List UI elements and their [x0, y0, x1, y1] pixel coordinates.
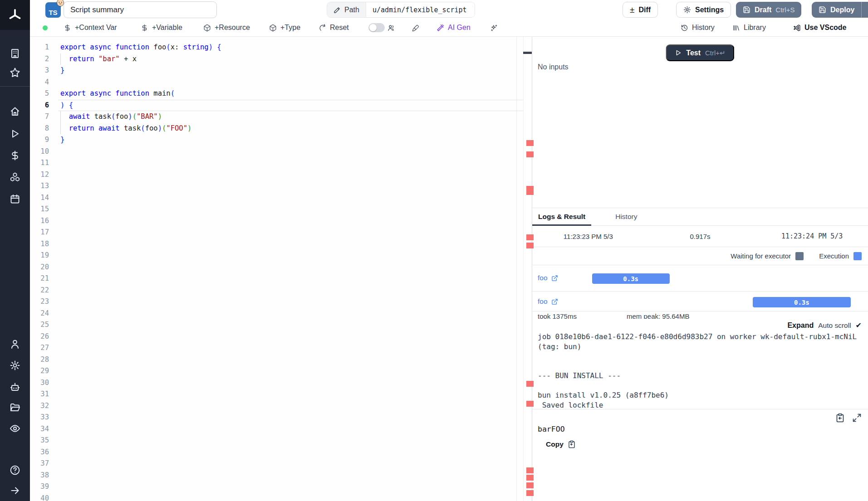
diff-label: Diff [638, 6, 651, 14]
copy-json-clipboard-icon[interactable] [835, 413, 845, 423]
test-button[interactable]: Test Ctrl+↵ [666, 44, 734, 61]
workspace-building-icon[interactable] [9, 48, 21, 59]
log-line: --- BUN INSTALL --- [538, 371, 867, 381]
multiplayer-users-icon[interactable] [387, 19, 395, 36]
error-marker [526, 490, 534, 496]
help-icon[interactable] [9, 464, 21, 476]
workers-robot-icon[interactable] [9, 381, 21, 393]
variables-dollar-icon[interactable] [9, 150, 21, 161]
windmill-logo[interactable] [0, 0, 30, 30]
line-number: 40 [30, 493, 49, 501]
copy-result-button[interactable]: Copy [546, 440, 576, 448]
tab-logs-result[interactable]: Logs & Result [532, 208, 591, 225]
code-line[interactable]: export async function foo(x: string) { [60, 42, 524, 54]
gear-icon [683, 6, 691, 14]
users-user-icon[interactable] [9, 338, 21, 350]
code-line[interactable]: await task(foo)("BAR") [60, 111, 524, 123]
use-vscode-button[interactable]: Use VScode [793, 19, 846, 36]
line-number: 26 [30, 331, 49, 343]
code-line[interactable]: return await task(foo)("FOO") [60, 123, 524, 135]
log-viewer[interactable]: took 1375ms mem peak: 95.64MB Expand Aut… [532, 311, 868, 409]
reset-label: Reset [330, 24, 349, 32]
history-button[interactable]: History [681, 19, 715, 36]
refresh-icon [319, 24, 326, 32]
code-line[interactable] [60, 77, 524, 88]
diff-button[interactable]: ± Diff [623, 2, 658, 18]
line-number: 5 [30, 88, 49, 100]
editor-code[interactable]: export async function foo(x: string) { r… [60, 42, 524, 146]
settings-gear-icon[interactable] [9, 360, 21, 371]
format-brush-icon[interactable] [412, 19, 420, 36]
code-editor[interactable]: 1234567891011121314151617181920212223242… [30, 37, 524, 501]
execution-bar[interactable]: 0.3s [753, 297, 850, 307]
maximize-icon[interactable] [852, 413, 862, 423]
execution-bar[interactable]: 0.3s [592, 273, 670, 284]
collapse-arrow-right-icon[interactable] [9, 485, 21, 496]
code-line[interactable]: export async function main( [60, 88, 524, 100]
line-number: 17 [30, 227, 49, 238]
runs-play-icon[interactable] [9, 128, 21, 140]
line-number: 24 [30, 308, 49, 320]
job-link-foo[interactable]: foo [538, 297, 558, 306]
folders-folder-open-icon[interactable] [9, 402, 21, 413]
sidebar-divider [0, 86, 30, 87]
favorites-star-icon[interactable] [9, 67, 21, 78]
job-label: foo [538, 297, 548, 306]
editor-scroll-edge [516, 37, 517, 501]
settings-button[interactable]: Settings [676, 2, 731, 18]
code-line[interactable]: return "bar" + x [60, 54, 524, 65]
vscode-icon [793, 24, 801, 32]
deploy-button[interactable]: Deploy [812, 2, 868, 18]
editor-gutter: 1234567891011121314151617181920212223242… [30, 42, 49, 501]
add-variable-label: +Variable [152, 24, 182, 32]
toggle-off[interactable] [368, 23, 385, 32]
add-context-var-button[interactable]: +Context Var [64, 19, 117, 36]
audit-eye-icon[interactable] [9, 423, 21, 434]
indent-guide [60, 111, 61, 123]
library-button[interactable]: Library [732, 19, 766, 36]
toggle-knob [369, 24, 377, 31]
result-value: barFOO [538, 425, 565, 433]
legend-waiting-label: Waiting for executor [731, 252, 791, 260]
log-line [538, 351, 867, 361]
no-inputs-text: No inputs [538, 63, 569, 71]
legend-waiting-swatch [795, 252, 804, 260]
diff-mode-toggle[interactable] [368, 19, 385, 36]
tab-history[interactable]: History [609, 208, 643, 225]
resources-boxes-icon[interactable] [9, 171, 21, 183]
run-duration: 0.917s [644, 233, 756, 240]
add-variable-button[interactable]: +Variable [141, 19, 182, 36]
code-line[interactable]: } [60, 134, 524, 146]
error-marker [526, 475, 534, 481]
job-link-foo[interactable]: foo [538, 274, 558, 282]
expand-logs-button[interactable]: Expand [787, 321, 814, 330]
line-number: 36 [30, 447, 49, 458]
save-icon [819, 6, 826, 14]
external-link-icon [551, 298, 558, 305]
line-number: 16 [30, 215, 49, 227]
schedules-calendar-icon[interactable] [9, 193, 21, 205]
pencil-icon [333, 6, 341, 14]
ai-gen-button[interactable]: AI Gen [436, 19, 471, 36]
code-line[interactable]: ) { [60, 100, 524, 112]
line-number: 9 [30, 134, 49, 146]
error-marker [526, 482, 534, 488]
path-field[interactable]: Path u/admin/flexible_script [327, 2, 475, 18]
log-line [538, 361, 867, 371]
code-line[interactable]: } [60, 65, 524, 77]
line-number: 22 [30, 285, 49, 297]
script-summary-input[interactable] [64, 1, 217, 18]
add-type-button[interactable]: +Type [269, 19, 300, 36]
overview-ruler[interactable] [523, 37, 532, 501]
reset-button[interactable]: Reset [319, 19, 349, 36]
timeline-row-foo-2: foo 0.3s [532, 292, 868, 311]
home-icon[interactable] [9, 106, 21, 117]
line-number: 23 [30, 296, 49, 308]
ai-sparkles-icon[interactable] [490, 19, 498, 36]
path-value[interactable]: u/admin/flexible_script [366, 2, 475, 17]
draft-button[interactable]: Draft Ctrl+S [736, 2, 801, 18]
add-resource-button[interactable]: +Resource [203, 19, 250, 36]
autoscroll-checkbox-checked[interactable]: ✔ [856, 321, 862, 330]
clipboard-icon [568, 440, 576, 448]
line-number: 19 [30, 250, 49, 262]
